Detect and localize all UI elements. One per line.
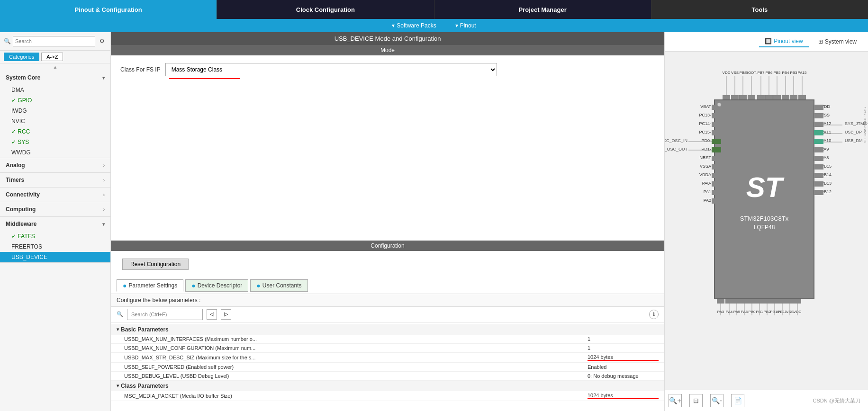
param-name: USBD_MAX_STR_DESC_SIZ (Maximum size for … (124, 355, 588, 360)
svg-text:RCC_OSC_OUT: RCC_OSC_OUT (665, 147, 687, 152)
svg-rect-27 (773, 95, 781, 100)
scroll-up-btn[interactable]: ▲ (0, 63, 110, 71)
svg-text:PA2: PA2 (703, 198, 711, 203)
nav-pinout[interactable]: Pinout & Configuration (0, 0, 217, 19)
sidebar-item-wwdg[interactable]: WWDG (0, 147, 110, 158)
search-input[interactable] (13, 36, 95, 46)
sidebar-item-freertos[interactable]: FREERTOS (0, 241, 110, 252)
svg-rect-24 (748, 95, 755, 100)
zoom-in-button[interactable]: 🔍+ (669, 394, 682, 407)
class-select[interactable]: Mass Storage Class (165, 63, 497, 76)
param-search-input[interactable] (127, 309, 203, 320)
nav-project[interactable]: Project Manager (434, 0, 651, 19)
sidebar-tab-bar: Categories A->Z (0, 51, 110, 63)
section-header-timers[interactable]: Timers › (0, 173, 110, 187)
group-header-class-params[interactable]: ▾ Class Parameters (111, 381, 664, 391)
nav-tools[interactable]: Tools (651, 0, 868, 19)
param-row-self-powered: USBD_SELF_POWERED (Enabled self power) E… (111, 363, 664, 372)
info-icon[interactable]: ℹ (649, 310, 659, 319)
svg-rect-112 (794, 299, 801, 304)
section-header-connectivity[interactable]: Connectivity › (0, 188, 110, 202)
svg-rect-54 (712, 147, 721, 152)
reset-configuration-button[interactable]: Reset Configuration (122, 259, 189, 270)
param-tab-bar: ● Parameter Settings ● Device Descriptor… (111, 277, 664, 294)
usb-header: USB_DEVICE Mode and Configuration (111, 32, 664, 45)
svg-rect-83 (814, 156, 823, 161)
svg-rect-51 (712, 122, 721, 127)
svg-text:SYS_JTMS-SWC: SYS_JTMS-SWC (845, 121, 868, 126)
mode-section: Class For FS IP Mass Storage Class (111, 55, 664, 80)
section-connectivity: Connectivity › (0, 188, 110, 202)
gear-icon[interactable]: ⚙ (97, 36, 107, 46)
reset-btn-row: Reset Configuration (111, 251, 664, 277)
section-header-computing[interactable]: Computing › (0, 202, 110, 216)
svg-rect-56 (712, 164, 721, 170)
sidebar-item-gpio[interactable]: GPIO (0, 95, 110, 106)
tab-parameter-settings[interactable]: ● Parameter Settings (117, 279, 183, 292)
fit-button[interactable]: ⊡ (689, 394, 703, 407)
prev-result-button[interactable]: ◁ (207, 309, 217, 320)
svg-rect-60 (712, 198, 721, 204)
section-header-middleware[interactable]: Middleware ▾ (0, 217, 110, 231)
sidebar-item-iwdg[interactable]: IWDG (0, 106, 110, 116)
subnav-pinout[interactable]: ▾ Pinout (455, 22, 476, 29)
param-value: 0: No debug message (588, 373, 659, 379)
svg-text:USB_DP: USB_DP (845, 130, 862, 134)
group-header-basic-params[interactable]: ▾ Basic Parameters (111, 324, 664, 335)
sidebar-item-usb-device[interactable]: USB_DEVICE (0, 252, 110, 262)
tab-pinout-view[interactable]: 🔲 Pinout view (759, 36, 808, 47)
system-core-items: DMA GPIO IWDG NVIC RCC SYS WWDG (0, 85, 110, 158)
svg-rect-85 (814, 173, 823, 178)
subnav-software-packs[interactable]: ▾ Software Packs (392, 22, 436, 29)
main-layout: 🔍 ⚙ Categories A->Z ▲ System Core ▾ DMA … (0, 32, 868, 411)
sidebar-item-sys[interactable]: SYS (0, 137, 110, 147)
arrow-down-icon: ▾ (392, 22, 395, 29)
svg-rect-59 (712, 190, 721, 195)
svg-text:VBAT: VBAT (700, 104, 711, 109)
svg-point-124 (717, 103, 721, 107)
sidebar-item-dma[interactable]: DMA (0, 85, 110, 95)
tab-categories[interactable]: Categories (4, 53, 39, 61)
section-header-system-core[interactable]: System Core ▾ (0, 71, 110, 85)
tab-atoz[interactable]: A->Z (41, 53, 63, 61)
param-row-debug-level: USBD_DEBUG_LEVEL (USBD Debug Level) 0: N… (111, 372, 664, 381)
check-icon: ● (256, 282, 260, 289)
chevron-down-icon: ▾ (102, 222, 105, 227)
param-value: 1 (588, 336, 659, 342)
config-section: Reset Configuration ● Parameter Settings… (111, 251, 664, 411)
svg-rect-26 (765, 95, 773, 100)
svg-rect-25 (757, 95, 765, 100)
tab-device-descriptor[interactable]: ● Device Descriptor (185, 279, 248, 292)
chevron-right-icon: › (103, 192, 105, 197)
export-button[interactable]: 📄 (731, 394, 744, 407)
watermark: CSDN @无情大菜刀 (813, 397, 864, 404)
svg-text:PD0-: PD0- (701, 138, 711, 143)
next-result-button[interactable]: ▷ (221, 309, 231, 320)
section-timers: Timers › (0, 173, 110, 188)
tab-system-view[interactable]: ⊞ System view (813, 36, 862, 47)
section-middleware: Middleware ▾ FATFS FREERTOS USB_DEVICE (0, 217, 110, 263)
nav-clock[interactable]: Clock Configuration (217, 0, 434, 19)
arrow-down-icon: ▾ (455, 22, 458, 29)
svg-text:PC14-: PC14- (699, 121, 711, 126)
chip-diagram: SYS_JTCK-SWC_LK VDD VSS PB8 BOOT- PB7 PB… (665, 60, 868, 382)
top-navigation: Pinout & Configuration Clock Configurati… (0, 0, 868, 19)
param-name: USBD_MAX_NUM_CONFIGURATION (Maximum num.… (124, 345, 588, 351)
param-row-max-str-desc: USBD_MAX_STR_DESC_SIZ (Maximum size for … (111, 353, 664, 363)
svg-rect-28 (782, 95, 789, 100)
sidebar-item-fatfs[interactable]: FATFS (0, 231, 110, 241)
pinout-view-icon: 🔲 (765, 38, 772, 45)
svg-rect-84 (814, 164, 823, 170)
sidebar-item-nvic[interactable]: NVIC (0, 116, 110, 126)
bottom-toolbar: 🔍+ ⊡ 🔍- 📄 CSDN @无情大菜刀 (665, 390, 868, 411)
svg-rect-111 (786, 299, 794, 304)
param-name: USBD_MAX_NUM_INTERFACES (Maximum number … (124, 336, 588, 342)
sidebar-item-rcc[interactable]: RCC (0, 126, 110, 137)
svg-text:STM32F103C8Tx: STM32F103C8Tx (740, 215, 788, 222)
zoom-out-button[interactable]: 🔍- (710, 394, 723, 407)
svg-rect-80 (814, 130, 823, 135)
sidebar: 🔍 ⚙ Categories A->Z ▲ System Core ▾ DMA … (0, 32, 111, 411)
check-icon: ● (123, 282, 127, 289)
section-header-analog[interactable]: Analog › (0, 158, 110, 172)
tab-user-constants[interactable]: ● User Constants (250, 279, 307, 292)
